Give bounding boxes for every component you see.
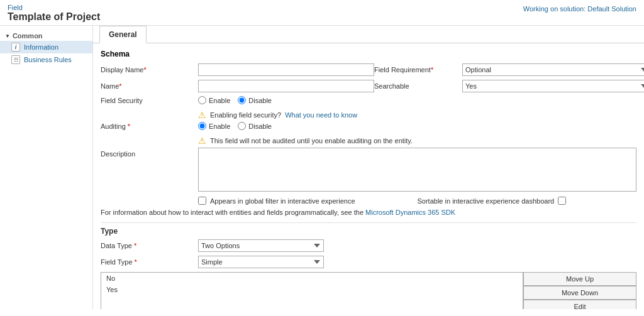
working-on-label: Working on solution: Default Solution: [523, 4, 636, 13]
tabs-bar: General: [93, 26, 644, 43]
info-link-row: For information about how to interact wi…: [101, 209, 636, 216]
sortable-col: Sortable in interactive experience dashb…: [418, 197, 637, 205]
sortable-checkbox[interactable]: [558, 197, 566, 205]
description-textarea[interactable]: [198, 148, 636, 192]
page-title: Template of Project: [8, 11, 100, 23]
display-name-row: Display Name* Template Field Requirement…: [101, 63, 636, 76]
field-requirement-select[interactable]: Optional Business Recommended Business R…: [462, 63, 644, 76]
data-type-control: Two Options: [198, 239, 636, 252]
searchable-label: Searchable: [374, 82, 462, 90]
sidebar-group-label: Common: [13, 32, 43, 40]
display-name-input[interactable]: Template: [198, 63, 374, 76]
field-type-control: Simple: [198, 256, 636, 268]
field-security-disable-option[interactable]: Disable: [238, 96, 272, 104]
business-rules-icon: ☷: [11, 55, 20, 64]
field-security-disable-radio[interactable]: [238, 96, 246, 104]
name-row: Name* new_template Searchable Yes No: [101, 80, 636, 92]
field-security-enable-option[interactable]: Enable: [198, 96, 230, 104]
field-security-row: Field Security Enable Disable: [101, 96, 636, 104]
data-list: No Yes: [101, 272, 523, 309]
auditing-label: Auditing *: [101, 123, 198, 130]
field-label: Field: [8, 4, 100, 11]
sidebar-item-information-label: Information: [24, 43, 58, 51]
list-item-no[interactable]: No: [101, 273, 523, 284]
auditing-disable-radio[interactable]: [238, 122, 246, 130]
data-type-select[interactable]: Two Options: [198, 239, 324, 252]
field-type-row: Field Type * Simple: [101, 256, 636, 268]
searchable-col: Searchable Yes No: [374, 80, 644, 92]
data-type-row: Data Type * Two Options: [101, 239, 636, 252]
name-label: Name*: [101, 82, 198, 90]
display-name-label: Display Name*: [101, 66, 198, 74]
collapse-triangle-icon: ▼: [5, 33, 10, 39]
field-type-select[interactable]: Simple: [198, 256, 324, 268]
type-header: Type: [101, 227, 636, 236]
move-down-button[interactable]: Move Down: [523, 286, 636, 300]
field-security-controls: Enable Disable: [198, 96, 636, 104]
field-security-radio-group: Enable Disable: [198, 96, 272, 104]
searchable-select[interactable]: Yes No: [462, 80, 644, 92]
move-up-button[interactable]: Move Up: [523, 272, 636, 286]
warning-link[interactable]: What you need to know: [285, 111, 357, 119]
divider: [101, 222, 636, 223]
description-row: Description: [101, 148, 636, 192]
global-filter-col: Appears in global filter in interactive …: [198, 197, 418, 205]
tab-general[interactable]: General: [99, 26, 147, 43]
sidebar: ▼ Common i Information ☷ Business Rules: [0, 26, 93, 309]
main-layout: ▼ Common i Information ☷ Business Rules …: [0, 26, 644, 309]
list-item-yes[interactable]: Yes: [101, 284, 523, 295]
data-type-label: Data Type *: [101, 242, 198, 249]
field-security-enable-radio[interactable]: [198, 96, 206, 104]
auditing-warning: ⚠ This field will not be audited until y…: [101, 134, 636, 148]
list-action-buttons: Move Up Move Down Edit: [523, 272, 636, 309]
field-security-warning: ⚠ Enabling field security? What you need…: [101, 108, 636, 122]
name-col: Name* new_template: [101, 80, 374, 92]
sidebar-group-common: ▼ Common: [0, 28, 92, 41]
auditing-row: Auditing * Enable Disable: [101, 122, 636, 130]
edit-button[interactable]: Edit: [523, 300, 636, 309]
description-label: Description: [101, 148, 198, 158]
display-name-col: Display Name* Template: [101, 63, 374, 76]
field-type-label: Field Type *: [101, 258, 198, 266]
header-left: Field Template of Project: [8, 4, 100, 23]
field-requirement-label: Field Requirement*: [374, 66, 462, 74]
field-security-label: Field Security: [101, 97, 198, 104]
form-area: Schema Display Name* Template Field Requ…: [93, 43, 644, 309]
name-input[interactable]: new_template: [198, 80, 374, 92]
sidebar-item-business-rules[interactable]: ☷ Business Rules: [0, 53, 92, 66]
sidebar-item-business-rules-label: Business Rules: [24, 56, 72, 63]
data-list-container: No Yes Move Up Move Down Edit: [101, 272, 636, 309]
sdk-link[interactable]: Microsoft Dynamics 365 SDK: [365, 209, 455, 216]
sidebar-item-information[interactable]: i Information: [0, 41, 92, 53]
field-requirement-col: Field Requirement* Optional Business Rec…: [374, 63, 644, 76]
information-icon: i: [11, 43, 20, 52]
auditing-enable-option[interactable]: Enable: [198, 122, 230, 130]
auditing-radio-group: Enable Disable: [198, 122, 272, 130]
auditing-enable-radio[interactable]: [198, 122, 206, 130]
checkbox-section: Appears in global filter in interactive …: [101, 197, 636, 205]
schema-header: Schema: [101, 50, 636, 58]
auditing-warning-icon: ⚠: [198, 136, 206, 146]
auditing-controls: Enable Disable: [198, 122, 636, 130]
top-header: Field Template of Project Working on sol…: [0, 0, 644, 26]
auditing-disable-option[interactable]: Disable: [238, 122, 272, 130]
global-filter-checkbox[interactable]: [198, 197, 206, 205]
warning-icon: ⚠: [198, 110, 206, 120]
content-area: General Schema Display Name* Template Fi…: [93, 26, 644, 309]
